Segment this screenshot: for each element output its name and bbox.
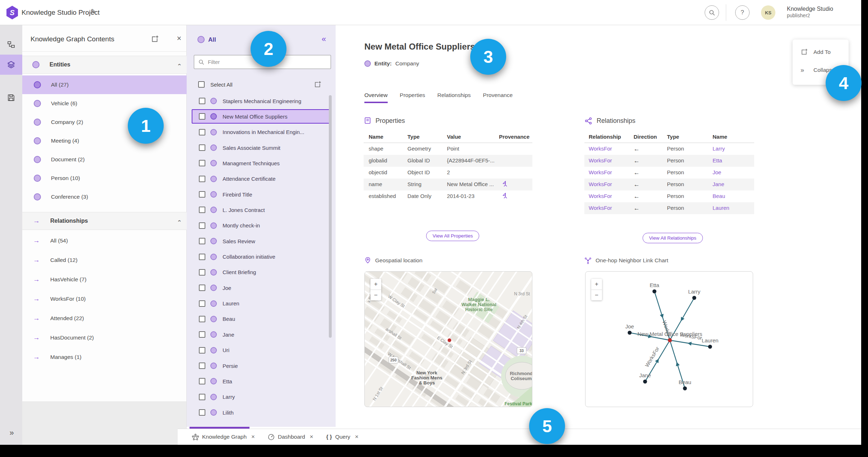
entity-type-item[interactable]: Meeting (4) bbox=[22, 131, 187, 150]
item-checkbox[interactable] bbox=[199, 238, 205, 244]
account-info[interactable]: Knowledge Studio publisher2 bbox=[787, 5, 833, 19]
cell-name-link[interactable]: Lauren bbox=[713, 205, 729, 211]
table-row[interactable]: nameStringNew Metal Office ... bbox=[364, 179, 532, 190]
cell-name-link[interactable]: Joe bbox=[713, 169, 721, 175]
help-button[interactable]: ? bbox=[735, 5, 750, 20]
list-item[interactable]: Attendance Certificate bbox=[192, 172, 331, 186]
save-tool[interactable] bbox=[0, 88, 22, 108]
list-item[interactable]: Montly check-in bbox=[192, 218, 331, 233]
tab-properties[interactable]: Properties bbox=[400, 92, 425, 103]
item-checkbox[interactable] bbox=[199, 331, 205, 338]
item-checkbox[interactable] bbox=[199, 191, 205, 198]
list-item[interactable]: Lauren bbox=[192, 296, 331, 311]
close-tab-icon[interactable]: × bbox=[355, 433, 359, 440]
list-item[interactable]: Innovations in Mechanical Engin... bbox=[192, 125, 331, 139]
list-item[interactable]: L. Jones Contract bbox=[192, 203, 331, 217]
list-item[interactable]: New Metal Office Suppliers bbox=[192, 109, 331, 124]
item-checkbox[interactable] bbox=[199, 113, 205, 120]
item-checkbox[interactable] bbox=[199, 207, 205, 213]
map-canvas[interactable]: k RdW Clay StSalarshall StW Marshall StE… bbox=[365, 272, 532, 407]
item-checkbox[interactable] bbox=[199, 222, 205, 229]
view-all-relationships-button[interactable]: View All Relationships bbox=[643, 233, 703, 243]
add-to-map-button[interactable] bbox=[314, 81, 321, 88]
item-checkbox[interactable] bbox=[199, 285, 205, 291]
table-row[interactable]: WorksFor←PersonEtta bbox=[584, 155, 754, 167]
table-row[interactable]: objectidObject ID2 bbox=[364, 167, 532, 179]
tab-relationships[interactable]: Relationships bbox=[437, 92, 471, 103]
item-checkbox[interactable] bbox=[199, 269, 205, 276]
list-item[interactable]: Staplers Mechanical Engineering bbox=[192, 94, 331, 108]
list-item[interactable]: Persie bbox=[192, 359, 331, 373]
table-row[interactable]: WorksFor←PersonLarry bbox=[584, 143, 754, 155]
list-item[interactable]: Etta bbox=[192, 374, 331, 388]
relationship-type-item[interactable]: →WorksFor (10) bbox=[22, 290, 187, 308]
close-panel-button[interactable]: × bbox=[174, 34, 184, 43]
item-checkbox[interactable] bbox=[199, 160, 205, 166]
select-all-checkbox[interactable] bbox=[198, 81, 205, 88]
zoom-out-button[interactable]: − bbox=[591, 290, 602, 300]
avatar[interactable]: KS bbox=[761, 5, 775, 20]
provenance-flag-icon[interactable] bbox=[502, 181, 508, 187]
relationships-group-header[interactable]: → Relationships › bbox=[22, 212, 187, 230]
map-widget[interactable]: k RdW Clay StSalarshall StW Marshall StE… bbox=[364, 271, 532, 407]
chart-node[interactable] bbox=[628, 331, 632, 335]
layers-tool[interactable] bbox=[0, 55, 22, 75]
list-item[interactable]: Client Briefing bbox=[192, 265, 331, 280]
item-checkbox[interactable] bbox=[199, 363, 205, 369]
collapse-panel-icon[interactable]: « bbox=[322, 34, 326, 44]
tab-overview[interactable]: Overview bbox=[364, 92, 388, 103]
chevron-up-icon[interactable]: › bbox=[176, 220, 183, 222]
table-row[interactable]: shapeGeometryPoint bbox=[364, 143, 532, 155]
close-tab-icon[interactable]: × bbox=[251, 433, 255, 440]
relationship-type-item[interactable]: →HasVehicle (7) bbox=[22, 270, 187, 289]
cell-relationship-link[interactable]: WorksFor bbox=[589, 181, 612, 187]
expand-rail-button[interactable]: » bbox=[0, 426, 22, 440]
chart-center-node[interactable] bbox=[668, 338, 672, 342]
list-item[interactable]: Sales Associate Summit bbox=[192, 140, 331, 155]
table-row[interactable]: WorksFor←PersonJane bbox=[584, 179, 754, 190]
cell-relationship-link[interactable]: WorksFor bbox=[589, 146, 612, 152]
relationship-type-item[interactable]: →All (54) bbox=[22, 231, 187, 250]
bottom-tab-knowledge-graph[interactable]: Knowledge Graph× bbox=[192, 433, 255, 440]
edit-title-icon[interactable]: ✎ bbox=[90, 8, 96, 16]
item-checkbox[interactable] bbox=[199, 254, 205, 260]
close-tab-icon[interactable]: × bbox=[310, 433, 313, 440]
view-all-properties-button[interactable]: View All Properties bbox=[426, 231, 479, 241]
bottom-tab-query[interactable]: { }Query× bbox=[326, 433, 359, 440]
add-to-menu-item[interactable]: Add To bbox=[793, 46, 849, 58]
linkchart-canvas[interactable]: WorksForWorksForWorksForEttaLarryJoeLaur… bbox=[585, 272, 753, 407]
table-row[interactable]: globalidGlobal ID{A228944F-0EF5-... bbox=[364, 155, 532, 167]
entity-type-item[interactable]: All (27) bbox=[22, 75, 187, 94]
cell-relationship-link[interactable]: WorksFor bbox=[589, 169, 612, 175]
data-model-tool[interactable] bbox=[0, 34, 22, 55]
relationship-type-item[interactable]: →Manages (1) bbox=[22, 348, 187, 366]
cell-relationship-link[interactable]: WorksFor bbox=[589, 193, 612, 199]
item-checkbox[interactable] bbox=[199, 394, 205, 400]
zoom-out-button[interactable]: − bbox=[370, 290, 381, 300]
table-row[interactable]: establishedDate Only2014-01-23 bbox=[364, 190, 532, 202]
item-checkbox[interactable] bbox=[199, 409, 205, 416]
entity-type-item[interactable]: Conference (3) bbox=[22, 188, 187, 206]
list-item[interactable]: Sales Review bbox=[192, 234, 331, 248]
list-item[interactable]: Larry bbox=[192, 390, 331, 404]
relationship-type-item[interactable]: →HasDocument (2) bbox=[22, 328, 187, 347]
cell-name-link[interactable]: Jane bbox=[713, 181, 724, 187]
item-checkbox[interactable] bbox=[199, 347, 205, 354]
app-logo-icon[interactable]: S bbox=[6, 6, 18, 19]
table-row[interactable]: WorksFor←PersonLauren bbox=[584, 202, 754, 214]
entity-type-item[interactable]: Person (10) bbox=[22, 169, 187, 188]
tab-provenance[interactable]: Provenance bbox=[483, 92, 513, 103]
list-item[interactable]: Joe bbox=[192, 281, 331, 295]
item-checkbox[interactable] bbox=[199, 300, 205, 307]
search-button[interactable] bbox=[705, 5, 719, 20]
chart-node[interactable] bbox=[683, 387, 687, 391]
provenance-flag-icon[interactable] bbox=[502, 193, 508, 199]
item-checkbox[interactable] bbox=[199, 378, 205, 384]
table-row[interactable]: WorksFor←PersonJoe bbox=[584, 167, 754, 179]
list-item[interactable]: Uri bbox=[192, 343, 331, 357]
chart-node[interactable] bbox=[643, 380, 647, 384]
item-checkbox[interactable] bbox=[199, 316, 205, 322]
list-item[interactable]: Managment Techniques bbox=[192, 156, 331, 170]
chart-node[interactable] bbox=[692, 296, 696, 300]
item-checkbox[interactable] bbox=[199, 98, 205, 104]
